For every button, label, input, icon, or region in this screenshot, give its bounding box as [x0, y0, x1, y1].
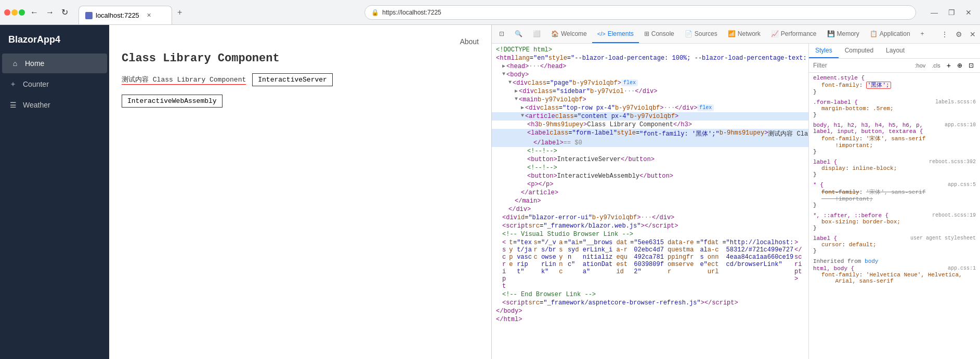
style-prop[interactable]: cursor: default; — [813, 242, 976, 248]
add-style-button[interactable]: + — [945, 61, 953, 70]
style-prop[interactable]: font-family: 'Helvetica Neue', Helvetica… — [813, 272, 976, 278]
close-tab-icon[interactable]: ✕ — [147, 12, 151, 19]
devtools-more-button[interactable]: ⋮ — [939, 29, 950, 39]
tab-network-label: Network — [738, 30, 761, 37]
styles-tab[interactable]: Styles — [809, 44, 839, 58]
tab-elements[interactable]: </> Elements — [592, 25, 639, 43]
style-prop[interactable]: !important; — [813, 196, 976, 202]
tab-network[interactable]: 📶 Network — [723, 25, 766, 43]
devtools-more-buttons: ⋮ ⚙ ✕ — [939, 29, 978, 39]
maximize-button[interactable]: ❐ — [944, 6, 959, 19]
browser-chrome: ← → ↻ localhost:7225 ✕ + 🔒 https://local… — [0, 0, 980, 25]
code-line-label: <label class="form-label" style="font-fa… — [492, 129, 808, 139]
code-line-label-close: </label> == $0 — [492, 139, 808, 147]
sidebar-item-weather[interactable]: ☰ Weather — [0, 95, 109, 115]
about-link[interactable]: About — [460, 37, 479, 46]
sidebar-item-home-label: Home — [25, 59, 44, 68]
inherited-from-link[interactable]: body — [865, 258, 878, 264]
devtools-settings-button[interactable]: ⚙ — [953, 29, 964, 39]
hov-filter-button[interactable]: :hov — [913, 62, 928, 69]
new-tab-button[interactable]: + — [172, 6, 187, 19]
code-line: <button>InteractiveWebAssembly</button> — [492, 172, 808, 180]
tab-memory[interactable]: 💾 Memory — [822, 25, 865, 43]
list-icon: ☰ — [8, 100, 18, 110]
styles-content: element.style { font-family: '黑体'; } .fo… — [809, 73, 980, 359]
styles-filter-input[interactable] — [813, 62, 911, 69]
application-icon: 📋 — [870, 30, 878, 37]
style-rule-element: element.style { font-family: '黑体'; } — [813, 75, 976, 95]
code-line: <script type="text/javascript" src="/_vs… — [492, 238, 808, 290]
browser-controls: ← → ↻ — [0, 5, 74, 19]
code-line: <html lang="en" style="--blazor-load-per… — [492, 54, 808, 62]
performance-icon: 📈 — [771, 30, 779, 37]
plus-icon: ＋ — [8, 79, 18, 89]
style-prop[interactable]: font-family: '宋体', sans-serif — [813, 135, 976, 142]
code-line: <script src="_framework/aspnetcore-brows… — [492, 299, 808, 307]
style-prop[interactable]: font-family: '宋体', sans-serif — [813, 188, 976, 196]
style-prop[interactable]: font-family: '黑体'; — [813, 81, 976, 89]
sidebar-item-counter[interactable]: ＋ Counter — [0, 74, 109, 94]
tab-performance-label: Performance — [781, 30, 817, 37]
welcome-icon: 🏠 — [551, 30, 559, 37]
form-label: 测试内容 Class Library Component — [122, 75, 246, 85]
interactive-wasm-button[interactable]: InteractiveWebAssembly — [122, 95, 223, 108]
sources-icon: 📄 — [685, 30, 692, 37]
sidebar-item-home[interactable]: ⌂ Home — [2, 54, 107, 73]
elements-icon: </> — [597, 31, 606, 37]
back-button[interactable]: ← — [28, 6, 41, 19]
style-rule-label-ua: label { user agent stylesheet cursor: de… — [813, 235, 976, 254]
styles-filter: :hov .cls + ⊕ ⊡ — [809, 59, 980, 73]
code-line: <!DOCTYPE html> — [492, 46, 808, 54]
memory-icon: 💾 — [827, 30, 835, 37]
toggle-style-button[interactable]: ⊡ — [966, 61, 976, 70]
close-button[interactable]: ✕ — [961, 6, 976, 19]
style-prop[interactable]: margin-bottom: .5rem; — [813, 105, 976, 112]
code-line: </article> — [492, 189, 808, 197]
copy-style-button[interactable]: ⊕ — [955, 61, 964, 70]
active-tab[interactable]: localhost:7225 ✕ — [79, 6, 172, 24]
home-icon: ⌂ — [10, 59, 20, 68]
app-sidebar: BlazorApp4 ⌂ Home ＋ Counter ☰ Weather — [0, 25, 109, 359]
devtools-panel: ⊡ 🔍 ⬜ 🏠 Welcome </> Elements ⊞ Console 📄… — [491, 25, 980, 359]
layout-tab[interactable]: Layout — [880, 44, 911, 58]
style-prop[interactable]: Arial, sans-serif — [813, 278, 976, 284]
code-line: <!--!--> — [492, 164, 808, 172]
cls-filter-button[interactable]: .cls — [930, 62, 943, 69]
url-display[interactable]: https://localhost:7225 — [382, 9, 441, 16]
code-line: </body> — [492, 307, 808, 315]
tab-console[interactable]: ⊞ Console — [639, 25, 680, 43]
code-line: <!--!--> — [492, 147, 808, 155]
forward-button[interactable]: → — [44, 6, 56, 19]
style-rule-star: * { app.css:5 font-family: '宋体', sans-se… — [813, 182, 976, 208]
tab-welcome[interactable]: 🏠 Welcome — [546, 25, 592, 43]
devtools-close-button[interactable]: ✕ — [968, 29, 978, 39]
style-rule-box-sizing: *, ::after, ::before { reboot.scss:19 bo… — [813, 212, 976, 231]
code-line: ▼ <body> — [492, 71, 808, 79]
tab-sources[interactable]: 📄 Sources — [680, 25, 723, 43]
dt-toggle-drawer[interactable]: ⬜ — [528, 25, 546, 43]
computed-tab[interactable]: Computed — [839, 44, 880, 58]
code-line: <!-- End Browser Link --> — [492, 290, 808, 299]
tab-memory-label: Memory — [837, 30, 859, 37]
tab-application-label: Application — [880, 30, 910, 37]
code-line: <script src="_framework/blazor.web.js"><… — [492, 222, 808, 230]
app-title: BlazorApp4 — [0, 25, 109, 51]
console-icon: ⊞ — [644, 30, 649, 37]
label-row: 测试内容 Class Library Component Interactive… — [122, 73, 479, 86]
code-line: ▶ <div class="top-row px-4" b-y97violqbf… — [492, 104, 808, 112]
tab-application[interactable]: 📋 Application — [865, 25, 916, 43]
lock-icon: 🔒 — [371, 9, 379, 16]
style-prop[interactable]: !important; — [813, 142, 976, 149]
dt-inspect[interactable]: 🔍 — [509, 25, 528, 43]
code-line: <div id="blazor-error-ui" b-y97violqbf> … — [492, 214, 808, 222]
interactive-server-button[interactable]: InteractiveServer — [252, 73, 333, 86]
tab-performance[interactable]: 📈 Performance — [766, 25, 822, 43]
style-prop[interactable]: box-sizing: border-box; — [813, 219, 976, 225]
minimize-button[interactable]: — — [926, 6, 942, 19]
dt-device-toolbar[interactable]: ⊡ — [494, 25, 509, 43]
add-panel-button[interactable]: + — [916, 25, 930, 43]
reload-button[interactable]: ↻ — [59, 5, 70, 19]
code-line: ▼ <div class="page" b-y97violqbf> flex — [492, 79, 808, 87]
code-panel[interactable]: <!DOCTYPE html> <html lang="en" style="-… — [492, 44, 808, 359]
style-prop[interactable]: display: inline-block; — [813, 165, 976, 171]
